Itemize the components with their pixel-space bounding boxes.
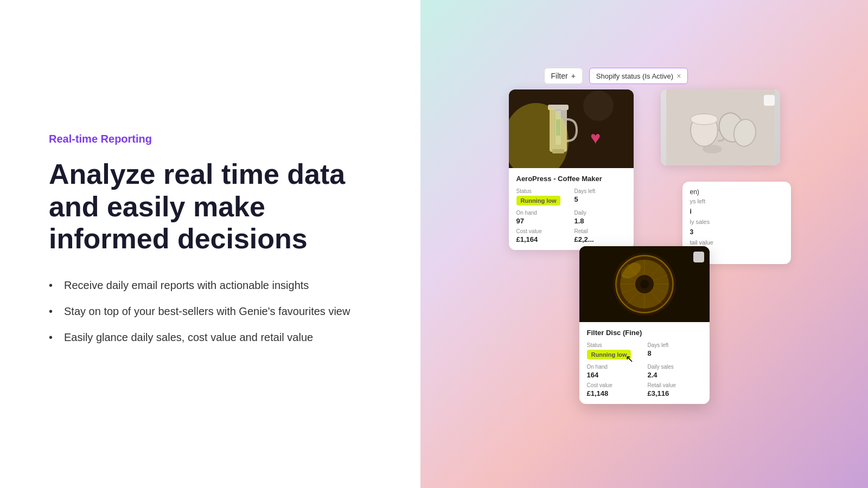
filter-disc-cost-value: £1,148 (587, 389, 641, 397)
aeropress-stats: On hand 97 Daily 1.8 Cost value £1,164 R… (516, 210, 626, 243)
filter-bar: Filter + Shopify status (Is Active) × (544, 68, 780, 84)
cards-area: Filter + Shopify status (Is Active) × (509, 68, 780, 404)
filter-disc-onhand-label: On hand (587, 364, 641, 370)
aeropress-onhand-label: On hand (516, 210, 568, 216)
filter-disc-onhand-value: 164 (587, 371, 641, 379)
partial-days-value: i (690, 208, 783, 215)
filter-disc-daily-value: 2.4 (648, 371, 702, 379)
aeropress-image: ♥ (509, 89, 634, 168)
aeropress-daily-label: Daily (575, 210, 626, 216)
aeropress-status-row: Status Running low Days left 5 (516, 188, 626, 206)
filter-disc-cost-label: Cost value (587, 382, 641, 388)
bullet-item-2: Stay on top of your best-sellers with Ge… (49, 303, 372, 319)
aeropress-cost-label: Cost value (516, 228, 568, 234)
aeropress-onhand-block: On hand 97 (516, 210, 568, 225)
svg-point-14 (703, 145, 722, 153)
filter-tag-label: Shopify status (Is Active) (596, 72, 673, 80)
partial-suffix: en) (690, 188, 783, 196)
aeropress-cost-block: Cost value £1,164 (516, 228, 568, 243)
filter-disc-status-badge: Running low (587, 350, 631, 359)
filter-disc-status-label: Status (587, 342, 641, 348)
filter-disc-retail-block: Retail value £3,116 (648, 382, 702, 397)
filter-button[interactable]: Filter + (544, 68, 583, 84)
aeropress-status-label: Status (516, 188, 568, 194)
aeropress-onhand-value: 97 (516, 217, 568, 225)
filter-disc-status-block: Status Running low ↖ (587, 342, 641, 359)
filter-disc-retail-label: Retail value (648, 382, 702, 388)
filter-disc-image (579, 246, 710, 322)
aeropress-status-block: Status Running low (516, 188, 568, 206)
filter-disc-days-block: Days left 8 (648, 342, 702, 359)
filter-disc-title: Filter Disc (Fine) (587, 329, 702, 337)
aeropress-retail-value: £2,2... (575, 235, 626, 243)
partial-daily-value: 3 (690, 228, 783, 236)
aeropress-retail-block: Retail £2,2... (575, 228, 626, 243)
card-filter-disc: Filter Disc (Fine) Status Running low ↖ … (579, 246, 710, 404)
filter-disc-small-btn (693, 252, 704, 262)
filter-disc-daily-label: Daily sales (648, 364, 702, 370)
filter-label: Filter (551, 72, 568, 80)
aeropress-days-label: Days left (575, 188, 626, 194)
aeropress-retail-label: Retail (575, 228, 626, 234)
aeropress-days-block: Days left 5 (575, 188, 626, 206)
partial-daily-label: ly sales (690, 219, 783, 225)
filter-disc-days-label: Days left (648, 342, 702, 348)
filter-disc-onhand-block: On hand 164 (587, 364, 641, 379)
svg-point-11 (691, 114, 718, 125)
aeropress-title: AeroPress - Coffee Maker (516, 175, 626, 183)
svg-text:♥: ♥ (590, 128, 601, 147)
left-panel: Real-time Reporting Analyze real time da… (0, 0, 420, 488)
aeropress-daily-block: Daily 1.8 (575, 210, 626, 225)
svg-point-1 (583, 91, 614, 121)
filter-disc-retail-value: £3,116 (648, 389, 702, 397)
filter-tag: Shopify status (Is Active) × (589, 68, 688, 84)
filter-disc-content: Filter Disc (Fine) Status Running low ↖ … (579, 322, 710, 404)
card-ceramic (661, 89, 780, 165)
partial-days-label: ys left (690, 198, 783, 204)
bullet-item-1: Receive daily email reports with actiona… (49, 277, 372, 293)
partial-retail-label: tail value (690, 239, 783, 246)
filter-disc-daily-block: Daily sales 2.4 (648, 364, 702, 379)
bullet-item-3: Easily glance daily sales, cost value an… (49, 329, 372, 345)
right-panel: Filter + Shopify status (Is Active) × (420, 0, 868, 488)
section-label: Real-time Reporting (49, 133, 372, 145)
bullet-list: Receive daily email reports with actiona… (49, 277, 372, 355)
aeropress-cost-value: £1,164 (516, 235, 568, 243)
filter-disc-cost-block: Cost value £1,148 (587, 382, 641, 397)
filter-plus-icon: + (571, 72, 576, 80)
filter-disc-status-row: Status Running low ↖ Days left 8 (587, 342, 702, 359)
ceramic-small-icon (764, 95, 775, 106)
filter-disc-days-value: 8 (648, 349, 702, 357)
ceramic-image (661, 89, 780, 165)
aeropress-content: AeroPress - Coffee Maker Status Running … (509, 168, 634, 250)
aeropress-days-value: 5 (575, 195, 626, 203)
svg-point-26 (640, 280, 649, 288)
card-aeropress: ♥ AeroPress - Coffee Maker Status Runnin… (509, 89, 634, 250)
main-heading: Analyze real time data and easily make i… (49, 158, 372, 255)
filter-disc-stats: On hand 164 Daily sales 2.4 Cost value £… (587, 364, 702, 397)
aeropress-daily-value: 1.8 (575, 217, 626, 225)
filter-tag-close[interactable]: × (676, 72, 681, 80)
aeropress-status-badge: Running low (516, 196, 561, 206)
